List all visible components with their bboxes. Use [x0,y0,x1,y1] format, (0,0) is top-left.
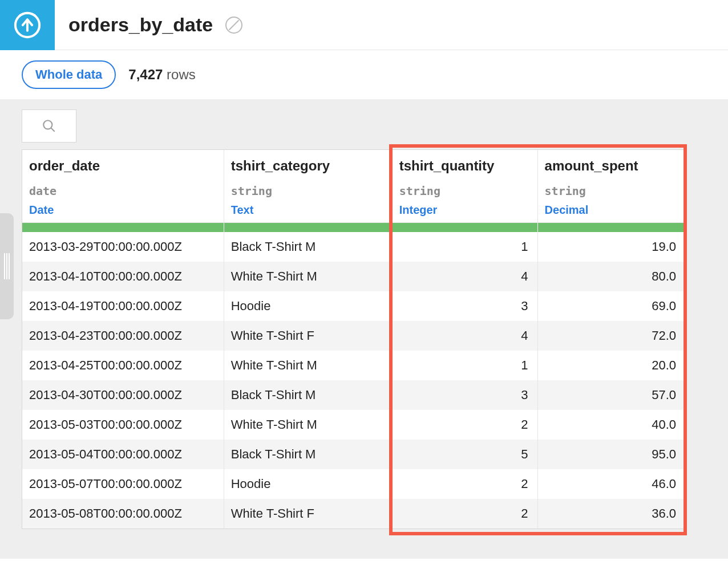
table-row[interactable]: 2013-04-19T00:00:00.000ZHoodie369.0 [22,291,685,321]
summary-bar: Whole data 7,427 rows [0,50,728,99]
cell[interactable]: Hoodie [224,469,392,499]
table-body: 2013-03-29T00:00:00.000ZBlack T-Shirt M1… [22,223,685,529]
table-row[interactable]: 2013-05-08T00:00:00.000ZWhite T-Shirt F2… [22,499,685,529]
column-meaning[interactable]: Integer [399,204,531,217]
table-row[interactable]: 2013-04-25T00:00:00.000ZWhite T-Shirt M1… [22,351,685,380]
cell[interactable]: White T-Shirt M [224,262,392,291]
cell[interactable]: 2 [392,499,537,529]
table-row[interactable]: 2013-05-07T00:00:00.000ZHoodie246.0 [22,469,685,499]
column-meaning[interactable]: Date [29,204,217,217]
row-count: 7,427 rows [128,67,195,83]
table-row[interactable]: 2013-04-10T00:00:00.000ZWhite T-Shirt M4… [22,262,685,291]
cell[interactable]: 2013-05-08T00:00:00.000Z [22,499,224,529]
cell[interactable]: 36.0 [537,499,685,529]
cell[interactable]: White T-Shirt M [224,351,392,380]
column-name: tshirt_category [231,158,385,174]
cell[interactable]: 2013-05-03T00:00:00.000Z [22,410,224,440]
cell[interactable]: 40.0 [537,410,685,440]
cell[interactable]: 3 [392,380,537,410]
column-header[interactable]: amount_spentstringDecimal [537,150,685,223]
column-header[interactable]: tshirt_categorystringText [224,150,392,223]
no-symbol-icon[interactable] [225,17,242,34]
cell[interactable]: 2 [392,469,537,499]
cell[interactable]: 80.0 [537,262,685,291]
table-header-row: order_datedateDatetshirt_categorystringT… [22,150,685,223]
cell[interactable]: 19.0 [537,232,685,262]
cell[interactable]: 4 [392,321,537,351]
column-name: amount_spent [545,158,678,174]
table-row[interactable]: 2013-04-23T00:00:00.000ZWhite T-Shirt F4… [22,321,685,351]
table-row[interactable]: 2013-05-04T00:00:00.000ZBlack T-Shirt M5… [22,440,685,469]
left-panel-handle[interactable] [0,213,14,319]
cell[interactable]: Hoodie [224,291,392,321]
cell[interactable]: 2013-04-25T00:00:00.000Z [22,351,224,380]
cell[interactable]: 2013-05-07T00:00:00.000Z [22,469,224,499]
upload-circle-icon [13,10,42,40]
data-table-container: order_datedateDatetshirt_categorystringT… [22,149,686,529]
cell[interactable]: 57.0 [537,380,685,410]
cell[interactable]: White T-Shirt F [224,499,392,529]
column-name: order_date [29,158,217,174]
column-storage-type: string [231,184,385,198]
cell[interactable]: 2013-03-29T00:00:00.000Z [22,232,224,262]
cell[interactable]: 4 [392,262,537,291]
cell[interactable]: 2013-04-23T00:00:00.000Z [22,321,224,351]
cell[interactable]: 2 [392,410,537,440]
cell[interactable]: Black T-Shirt M [224,232,392,262]
cell[interactable]: White T-Shirt F [224,321,392,351]
column-name: tshirt_quantity [399,158,531,174]
table-row[interactable]: 2013-04-30T00:00:00.000ZBlack T-Shirt M3… [22,380,685,410]
cell[interactable]: 46.0 [537,469,685,499]
validity-bar-row [22,223,685,232]
row-count-word: rows [167,67,196,82]
column-storage-type: string [399,184,531,198]
cell[interactable]: 20.0 [537,351,685,380]
row-count-number: 7,427 [128,67,163,82]
column-header[interactable]: tshirt_quantitystringInteger [392,150,537,223]
svg-line-2 [51,128,55,132]
top-bar: orders_by_date [0,0,728,50]
cell[interactable]: 72.0 [537,321,685,351]
column-header[interactable]: order_datedateDate [22,150,224,223]
cell[interactable]: 1 [392,351,537,380]
cell[interactable]: 2013-04-30T00:00:00.000Z [22,380,224,410]
whole-data-button[interactable]: Whole data [22,60,116,89]
app-logo[interactable] [0,0,55,50]
column-meaning[interactable]: Decimal [545,204,678,217]
cell[interactable]: White T-Shirt M [224,410,392,440]
cell[interactable]: 95.0 [537,440,685,469]
svg-point-1 [43,120,52,129]
column-search-button[interactable] [22,109,76,143]
column-storage-type: date [29,184,217,198]
cell[interactable]: 69.0 [537,291,685,321]
table-row[interactable]: 2013-05-03T00:00:00.000ZWhite T-Shirt M2… [22,410,685,440]
cell[interactable]: Black T-Shirt M [224,440,392,469]
cell[interactable]: 2013-05-04T00:00:00.000Z [22,440,224,469]
dataset-title: orders_by_date [68,14,213,36]
cell[interactable]: 2013-04-19T00:00:00.000Z [22,291,224,321]
workspace: order_datedateDatetshirt_categorystringT… [0,99,728,559]
cell[interactable]: 1 [392,232,537,262]
search-icon [42,119,56,133]
cell[interactable]: Black T-Shirt M [224,380,392,410]
data-table: order_datedateDatetshirt_categorystringT… [22,150,685,529]
column-storage-type: string [545,184,678,198]
cell[interactable]: 5 [392,440,537,469]
column-meaning[interactable]: Text [231,204,385,217]
table-row[interactable]: 2013-03-29T00:00:00.000ZBlack T-Shirt M1… [22,232,685,262]
cell[interactable]: 3 [392,291,537,321]
cell[interactable]: 2013-04-10T00:00:00.000Z [22,262,224,291]
